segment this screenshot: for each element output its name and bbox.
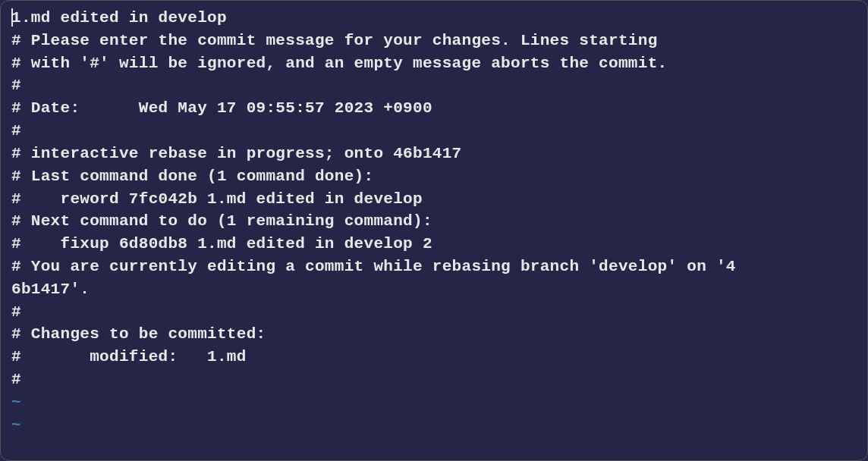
editor-line: # Date: Wed May 17 09:55:57 2023 +0900 (11, 97, 857, 120)
editor-line: # Changes to be committed: (11, 323, 857, 346)
editor-line: 6b1417'. (11, 278, 857, 301)
vim-tilde-line: ~ (11, 414, 857, 437)
commit-message-text: 1.md edited in develop (11, 9, 227, 27)
terminal-editor[interactable]: 1.md edited in develop # Please enter th… (11, 7, 857, 436)
editor-line: # interactive rebase in progress; onto 4… (11, 143, 857, 165)
text-cursor (11, 8, 13, 27)
editor-line: # You are currently editing a commit whi… (11, 256, 857, 278)
editor-line: # (11, 301, 857, 324)
editor-line: # (11, 120, 857, 143)
editor-line: # (11, 74, 857, 97)
editor-line: # with '#' will be ignored, and an empty… (11, 52, 857, 75)
vim-tilde-line: ~ (11, 391, 857, 414)
editor-line: # Last command done (1 command done): (11, 165, 857, 188)
editor-line: # reword 7fc042b 1.md edited in develop (11, 188, 857, 211)
commit-message-line[interactable]: 1.md edited in develop (11, 7, 857, 30)
editor-line: # Please enter the commit message for yo… (11, 30, 857, 52)
editor-line: # Next command to do (1 remaining comman… (11, 210, 857, 233)
editor-line: # modified: 1.md (11, 346, 857, 368)
editor-line: # fixup 6d80db8 1.md edited in develop 2 (11, 233, 857, 256)
editor-line: # (11, 368, 857, 391)
